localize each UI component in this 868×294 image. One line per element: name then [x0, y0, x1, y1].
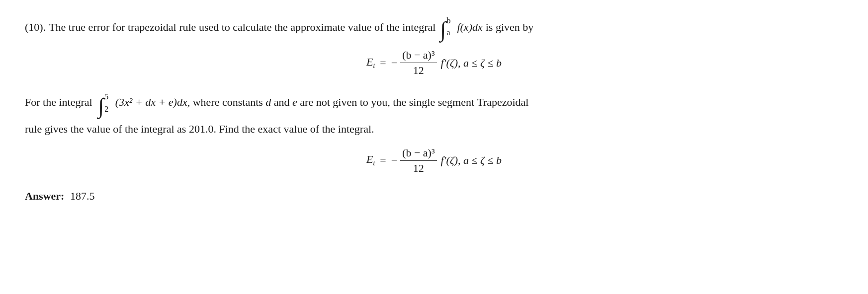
- answer-label: Answer:: [25, 190, 64, 202]
- formula2-lhs: Et: [366, 153, 375, 167]
- formula1-minus: −: [391, 57, 397, 70]
- formula2-fraction: (b − a)³ 12: [400, 147, 436, 175]
- formula-1-row: Et = − (b − a)³ 12 f′(ζ), a ≤ ζ ≤ b: [366, 49, 502, 77]
- body-line2: rule gives the value of the integral as …: [25, 121, 843, 138]
- problem-number: (10).: [25, 19, 46, 35]
- formula1-fraction: (b − a)³ 12: [400, 49, 436, 77]
- intro-integrand: f(x)dx: [457, 19, 482, 35]
- body-rest: are not given to you, the single segment…: [300, 96, 528, 108]
- formula1-equals: =: [380, 57, 386, 70]
- intro-text: The true error for trapezoidal rule used…: [49, 19, 435, 35]
- formula1-denominator: 12: [411, 63, 426, 77]
- formula2-numerator: (b − a)³: [400, 147, 436, 161]
- page-content: (10). The true error for trapezoidal rul…: [25, 15, 843, 203]
- body-d-var: d: [265, 96, 271, 108]
- formula1-numerator: (b − a)³: [400, 49, 436, 63]
- integral-bounds-2: 5 2: [104, 91, 108, 116]
- integral-bounds-large: b a: [446, 15, 450, 39]
- integral-lower-2: 2: [104, 103, 108, 116]
- formula2-rhs: f′(ζ), a ≤ ζ ≤ b: [441, 154, 502, 167]
- integral-a-to-b: ∫ b a: [440, 15, 450, 39]
- integral-sign-2: ∫: [98, 97, 104, 115]
- formula-2-row: Et = − (b − a)³ 12 f′(ζ), a ≤ ζ ≤ b: [366, 147, 502, 175]
- integral-sign-large: ∫: [440, 20, 446, 39]
- integral-lower-a: a: [446, 27, 450, 39]
- formula-1-block: Et = − (b − a)³ 12 f′(ζ), a ≤ ζ ≤ b: [25, 49, 843, 77]
- formula1-lhs-sub: t: [373, 62, 375, 70]
- body-prefix: For the integral: [25, 96, 92, 108]
- problem-statement: (10). The true error for trapezoidal rul…: [25, 15, 843, 39]
- intro-suffix: is given by: [486, 19, 534, 35]
- formula1-rhs: f′(ζ), a ≤ ζ ≤ b: [441, 57, 502, 70]
- answer-line: Answer: 187.5: [25, 190, 843, 203]
- formula2-lhs-sub: t: [373, 160, 375, 167]
- answer-value: 187.5: [70, 190, 95, 202]
- formula-2-block: Et = − (b − a)³ 12 f′(ζ), a ≤ ζ ≤ b: [25, 147, 843, 175]
- body-middle: where constants: [193, 96, 263, 108]
- integral-upper-b: b: [446, 15, 450, 27]
- integral-2-to-5: ∫ 5 2: [98, 91, 108, 116]
- formula2-equals: =: [380, 154, 386, 167]
- body-line2-text: rule gives the value of the integral as …: [25, 123, 374, 135]
- body-e-var: e: [292, 96, 297, 108]
- body-paragraph: For the integral ∫ 5 2 (3x² + dx + e)dx,…: [25, 91, 843, 116]
- integral-upper-5: 5: [104, 91, 108, 103]
- formula2-denominator: 12: [411, 161, 426, 175]
- formula2-minus: −: [391, 154, 397, 167]
- body-and: and: [274, 96, 290, 108]
- body-integrand: (3x² + dx + e)dx,: [115, 96, 190, 108]
- formula1-lhs: Et: [366, 56, 375, 70]
